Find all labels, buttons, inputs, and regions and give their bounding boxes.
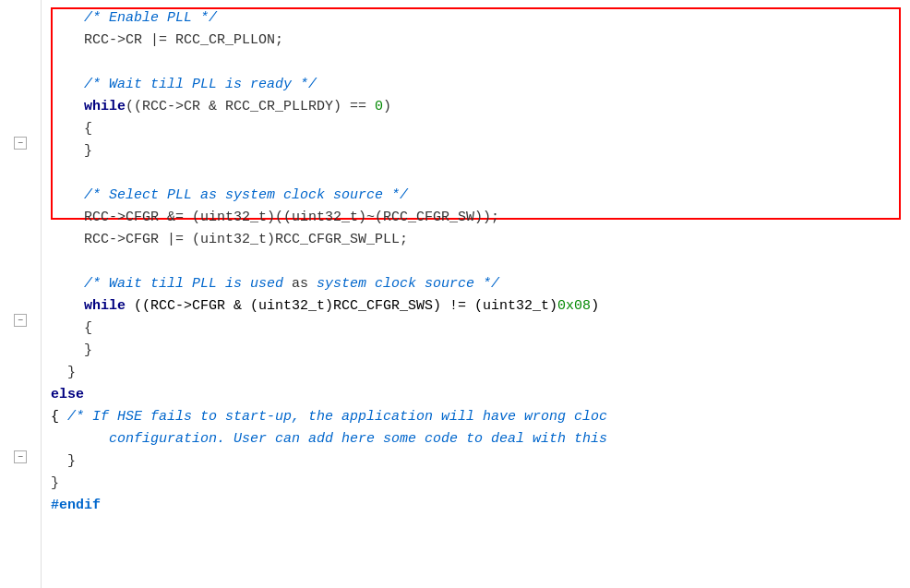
code-line: } [51,140,901,162]
code-line: /* Select PLL as system clock source */ [51,185,901,207]
fold-marker-1[interactable]: − [14,137,27,150]
code-area: /* Enable PLL */ RCC->CR |= RCC_CR_PLLON… [42,0,910,588]
code-line [51,251,901,273]
line-gutter: − − − [0,0,42,588]
code-line: while ((RCC->CFGR & (uint32_t)RCC_CFGR_S… [51,295,901,318]
code-line [51,162,901,185]
code-line: RCC->CR |= RCC_CR_PLLON; [51,30,901,52]
code-line: /* Enable PLL */ [51,7,901,30]
code-line: { [51,118,901,140]
fold-marker-3[interactable]: − [14,450,27,463]
editor-container: − − − /* Enable PLL */ RCC->CR |= RCC_CR… [0,0,910,588]
code-line: } [51,362,901,384]
fold-marker-2[interactable]: − [14,314,27,327]
code-line: #endif [51,495,901,517]
code-line: RCC->CFGR &= (uint32_t)((uint32_t)~(RCC_… [51,207,901,229]
code-line: while((RCC->CR & RCC_CR_PLLRDY) == 0) [51,96,901,118]
code-line: } [51,340,901,362]
code-line: RCC->CFGR |= (uint32_t)RCC_CFGR_SW_PLL; [51,229,901,251]
code-line: } [51,450,901,473]
code-line: configuration. User can add here some co… [51,428,901,450]
code-line: else [51,384,901,406]
code-line [51,52,901,74]
code-line: /* Wait till PLL is ready */ [51,74,901,96]
code-line: /* Wait till PLL is used as system clock… [51,273,901,295]
code-line: } [51,473,901,495]
code-content: /* Enable PLL */ RCC->CR |= RCC_CR_PLLON… [51,7,901,517]
code-line: { /* If HSE fails to start-up, the appli… [51,406,901,428]
code-line: { [51,318,901,340]
